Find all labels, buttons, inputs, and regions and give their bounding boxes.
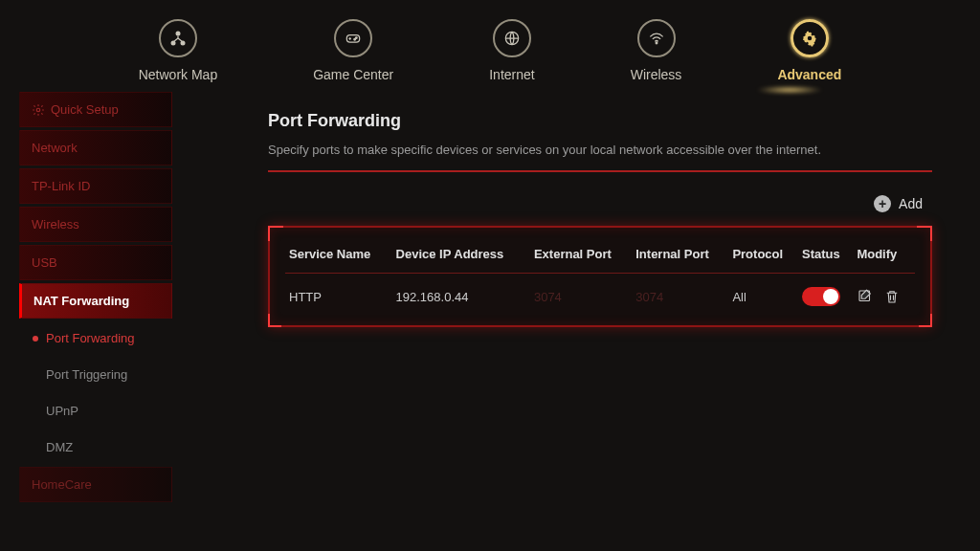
- edit-icon[interactable]: [857, 288, 874, 305]
- nav-network-map[interactable]: Network Map: [139, 19, 217, 82]
- svg-point-0: [175, 32, 180, 36]
- sidebar-label: TP-Link ID: [32, 179, 90, 193]
- sidebar-port-triggering[interactable]: Port Triggering: [19, 358, 172, 391]
- add-label: Add: [899, 196, 923, 211]
- svg-point-9: [36, 108, 40, 112]
- main-content: Port Forwarding Specify ports to make sp…: [191, 92, 961, 502]
- network-map-icon: [159, 19, 197, 57]
- nav-wireless[interactable]: Wireless: [631, 19, 682, 82]
- sidebar-upnp[interactable]: UPnP: [19, 394, 172, 428]
- page-title: Port Forwarding: [268, 111, 932, 131]
- advanced-icon: [791, 19, 829, 57]
- sidebar-label: NAT Forwarding: [33, 294, 129, 308]
- sidebar-sub-label: Port Forwarding: [46, 331, 134, 345]
- internet-icon: [493, 19, 531, 57]
- sidebar-label: Network: [32, 141, 78, 155]
- sidebar-sub-label: DMZ: [46, 440, 73, 454]
- nav-advanced[interactable]: Advanced: [777, 19, 841, 82]
- sidebar-sub-label: UPnP: [46, 404, 78, 418]
- cell-proto: All: [728, 274, 798, 313]
- game-center-icon: [334, 19, 372, 57]
- table-row: HTTP 192.168.0.44 3074 3074 All: [285, 274, 915, 313]
- col-proto: Protocol: [728, 241, 798, 274]
- nav-label: Internet: [489, 67, 534, 82]
- sidebar-dmz[interactable]: DMZ: [19, 430, 172, 464]
- nav-label: Advanced: [777, 67, 841, 82]
- cell-modify: [853, 274, 915, 313]
- nav-game-center[interactable]: Game Center: [313, 19, 393, 82]
- add-button[interactable]: + Add: [268, 195, 932, 212]
- sidebar-label: HomeCare: [32, 477, 92, 492]
- sidebar-label: Quick Setup: [51, 102, 119, 117]
- sidebar-label: USB: [32, 255, 57, 270]
- svg-rect-3: [347, 35, 360, 43]
- rules-table-frame: Service Name Device IP Address External …: [268, 226, 932, 327]
- col-ext: External Port: [530, 241, 632, 274]
- sidebar-nat-forwarding[interactable]: NAT Forwarding: [19, 283, 172, 319]
- nav-label: Game Center: [313, 67, 393, 82]
- cell-ext: 3074: [530, 274, 632, 313]
- top-nav: Network Map Game Center Internet Wireles…: [0, 0, 980, 92]
- nav-label: Network Map: [139, 67, 217, 82]
- cell-status: [798, 274, 853, 313]
- svg-point-7: [656, 42, 657, 44]
- col-status: Status: [798, 241, 853, 274]
- col-int: Internal Port: [632, 241, 728, 274]
- sidebar-network[interactable]: Network: [19, 130, 172, 165]
- wireless-icon: [637, 19, 676, 57]
- cell-int: 3074: [632, 274, 728, 313]
- sidebar-port-forwarding[interactable]: Port Forwarding: [19, 321, 172, 355]
- svg-point-8: [808, 36, 813, 41]
- sidebar-sub-label: Port Triggering: [46, 367, 127, 382]
- page-description: Specify ports to make specific devices o…: [268, 143, 932, 172]
- svg-point-4: [356, 37, 358, 39]
- plus-icon: +: [874, 195, 891, 212]
- sidebar-usb[interactable]: USB: [19, 245, 172, 280]
- sidebar: Quick Setup Network TP-Link ID Wireless …: [19, 92, 172, 502]
- col-modify: Modify: [853, 241, 915, 274]
- nav-internet[interactable]: Internet: [489, 19, 534, 82]
- rules-table: Service Name Device IP Address External …: [285, 241, 915, 312]
- col-ip: Device IP Address: [392, 241, 530, 274]
- toggle-knob: [823, 289, 838, 304]
- delete-icon[interactable]: [883, 288, 901, 305]
- sidebar-homecare[interactable]: HomeCare: [19, 467, 172, 502]
- sidebar-wireless[interactable]: Wireless: [19, 207, 172, 242]
- nav-label: Wireless: [631, 67, 682, 82]
- status-toggle[interactable]: [802, 287, 840, 306]
- svg-point-5: [354, 38, 356, 40]
- sidebar-label: Wireless: [32, 217, 79, 231]
- sidebar-tplink-id[interactable]: TP-Link ID: [19, 168, 172, 204]
- sidebar-quick-setup[interactable]: Quick Setup: [19, 92, 172, 127]
- col-service: Service Name: [285, 241, 392, 274]
- cell-service: HTTP: [285, 274, 392, 313]
- cell-ip: 192.168.0.44: [392, 274, 530, 313]
- gear-icon: [32, 103, 45, 117]
